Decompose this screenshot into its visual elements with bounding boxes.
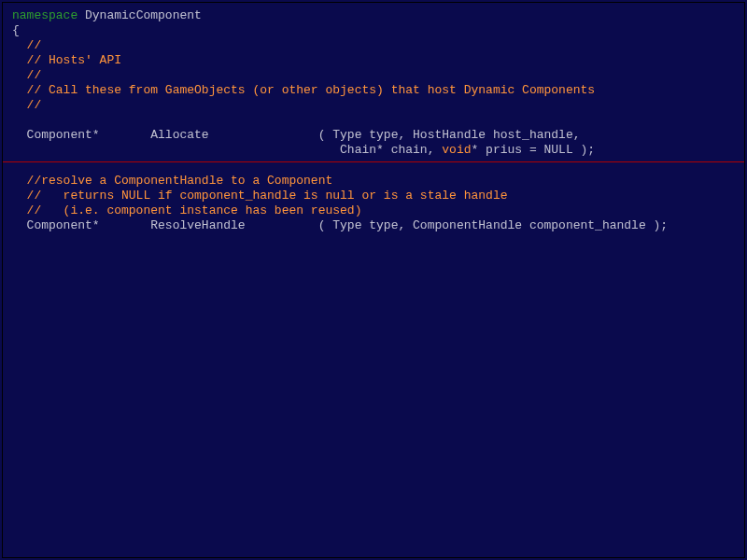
- keyword-void: void: [442, 143, 471, 157]
- keyword-namespace: namespace: [12, 8, 78, 22]
- comment-line: //: [12, 98, 41, 112]
- slide-frame: namespace DynamicComponent { // // Hosts…: [2, 2, 745, 558]
- signature-resolvehandle: Component* ResolveHandle ( Type type, Co…: [12, 218, 668, 232]
- separator-rule: [3, 161, 744, 162]
- comment-line: //: [12, 38, 41, 52]
- namespace-name: DynamicComponent: [78, 8, 202, 22]
- brace-open: {: [12, 23, 20, 37]
- signature-allocate-line2-pre: Chain* chain,: [12, 143, 442, 157]
- comment-line: // Call these from GameObjects (or other…: [12, 83, 595, 97]
- code-block-lower: //resolve a ComponentHandle to a Compone…: [3, 168, 744, 233]
- code-block: namespace DynamicComponent { // // Hosts…: [3, 3, 744, 158]
- comment-line: // Hosts' API: [12, 53, 121, 67]
- signature-allocate-line1: Component* Allocate ( Type type, HostHan…: [12, 128, 581, 142]
- comment-line: //: [12, 68, 41, 82]
- comment-line: // returns NULL if component_handle is n…: [12, 189, 508, 203]
- comment-line: // (i.e. component instance has been reu…: [12, 203, 361, 217]
- signature-allocate-line2-post: * prius = NULL );: [472, 143, 596, 157]
- comment-line: //resolve a ComponentHandle to a Compone…: [12, 174, 332, 188]
